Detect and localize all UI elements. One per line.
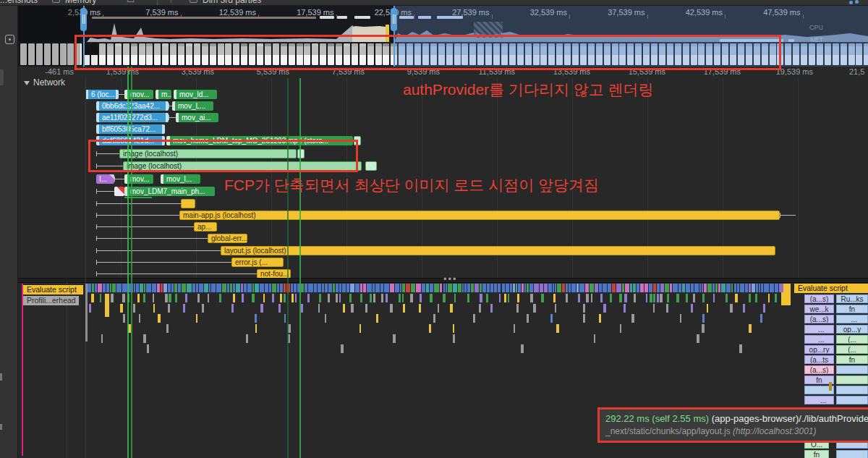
flame-call-frame[interactable] [343, 304, 345, 313]
flame-micro-frame[interactable] [616, 284, 621, 292]
flame-call-frame[interactable] [516, 304, 519, 313]
flame-call-frame[interactable] [185, 294, 187, 302]
flame-call-frame[interactable] [760, 314, 763, 323]
stack-frame[interactable]: (... [836, 335, 868, 344]
flame-micro-frame[interactable] [694, 284, 699, 292]
stack-frame[interactable] [836, 386, 868, 394]
flame-micro-frame[interactable] [446, 284, 447, 292]
flame-micro-frame[interactable] [373, 284, 375, 292]
flame-micro-frame[interactable] [745, 284, 748, 292]
stack-frame[interactable]: (a...s) [804, 294, 834, 303]
flame-micro-frame[interactable] [704, 284, 707, 292]
stack-frame[interactable]: Ru...ks [836, 294, 868, 303]
flame-call-frame[interactable] [763, 304, 765, 313]
flame-micro-frame[interactable] [196, 284, 198, 292]
flame-micro-frame[interactable] [252, 284, 254, 292]
flame-micro-frame[interactable] [402, 284, 406, 292]
flame-call-frame[interactable] [101, 334, 103, 343]
flame-micro-frame[interactable] [98, 284, 102, 292]
flame-call-frame[interactable] [272, 294, 274, 302]
flame-micro-frame[interactable] [756, 284, 758, 292]
flame-call-frame[interactable] [634, 294, 636, 302]
flame-call-frame[interactable] [139, 314, 140, 323]
flame-call-frame[interactable] [541, 294, 543, 302]
flame-call-frame[interactable] [624, 294, 626, 302]
flame-call-frame[interactable] [438, 304, 439, 313]
flame-micro-frame[interactable] [163, 284, 167, 292]
flame-micro-frame[interactable] [718, 284, 720, 292]
flame-micro-frame[interactable] [749, 284, 751, 292]
flame-call-frame[interactable] [749, 324, 752, 333]
flame-call-frame[interactable] [420, 294, 422, 302]
flame-call-frame[interactable] [479, 304, 481, 313]
flame-call-frame[interactable] [749, 294, 751, 302]
flame-micro-frame[interactable] [342, 284, 346, 292]
flame-call-frame[interactable] [743, 304, 745, 313]
flame-micro-frame[interactable] [430, 284, 433, 292]
flame-micro-frame[interactable] [673, 284, 678, 292]
flame-call-frame[interactable] [553, 294, 556, 302]
flame-micro-frame[interactable] [603, 284, 607, 292]
flame-call-frame[interactable] [349, 294, 352, 302]
network-request-bar[interactable] [114, 187, 124, 196]
collapse-triangle-icon[interactable] [24, 81, 30, 85]
network-request-bar[interactable]: global-err... [208, 234, 247, 243]
flame-call-frame[interactable] [307, 294, 310, 302]
flame-call-frame[interactable] [319, 294, 321, 302]
flame-call-frame[interactable] [292, 294, 294, 302]
flame-call-frame[interactable] [504, 294, 506, 302]
flame-call-frame[interactable] [660, 294, 663, 302]
flame-call-frame[interactable] [430, 294, 433, 302]
flame-call-frame[interactable] [246, 334, 248, 343]
flame-call-frame[interactable] [473, 314, 475, 323]
flame-call-frame[interactable] [393, 334, 396, 343]
flame-call-frame[interactable] [339, 294, 341, 302]
sidebar-tab[interactable] [0, 69, 4, 85]
flame-call-frame[interactable] [233, 294, 235, 302]
flame-call-frame[interactable] [360, 294, 362, 302]
flame-micro-frame[interactable] [260, 284, 265, 292]
flame-micro-frame[interactable] [770, 284, 774, 292]
flame-call-frame[interactable] [328, 294, 330, 302]
flame-micro-frame[interactable] [233, 284, 236, 292]
flame-micro-frame[interactable] [518, 284, 521, 292]
flame-call-frame[interactable] [680, 314, 681, 323]
flame-micro-frame[interactable] [301, 284, 304, 292]
stack-frame[interactable]: (... [836, 345, 868, 354]
flame-micro-frame[interactable] [644, 284, 648, 292]
flame-call-frame[interactable] [399, 294, 401, 302]
flame-call-frame[interactable] [702, 294, 704, 302]
flame-micro-frame[interactable] [726, 284, 731, 292]
flame-frame-profiling-overhead[interactable]: Profili...erhead [23, 296, 79, 305]
flame-call-frame[interactable] [653, 294, 655, 302]
flame-call-frame[interactable] [359, 324, 361, 333]
flame-micro-frame[interactable] [686, 284, 689, 292]
flame-call-frame[interactable] [586, 294, 589, 302]
flame-call-frame[interactable] [365, 304, 367, 313]
flame-call-frame[interactable] [351, 304, 353, 313]
flame-micro-frame[interactable] [280, 284, 283, 292]
flame-call-frame[interactable] [735, 294, 737, 302]
flame-micro-frame[interactable] [152, 284, 156, 292]
stack-frame[interactable]: (a...s) [804, 315, 834, 323]
flame-frame-evaluate-script[interactable]: Evaluate script [23, 285, 83, 294]
flame-micro-frame[interactable] [211, 284, 216, 292]
flame-call-frame[interactable] [583, 304, 585, 313]
flame-micro-frame[interactable] [440, 284, 443, 292]
flame-micro-frame[interactable] [544, 284, 548, 292]
flame-micro-frame[interactable] [522, 284, 523, 292]
flame-micro-frame[interactable] [590, 284, 595, 292]
flame-micro-frame[interactable] [339, 284, 342, 292]
flame-micro-frame[interactable] [670, 284, 672, 292]
flame-call-frame[interactable] [208, 294, 209, 302]
flame-call-frame[interactable] [657, 294, 659, 302]
flame-micro-frame[interactable] [562, 284, 566, 292]
flame-call-frame[interactable] [147, 344, 149, 353]
flame-call-frame[interactable] [419, 304, 421, 313]
flame-frame[interactable] [829, 382, 832, 391]
flame-micro-frame[interactable] [585, 284, 589, 292]
flame-micro-frame[interactable] [406, 284, 410, 292]
flame-micro-frame[interactable] [510, 284, 512, 292]
flame-call-frame[interactable] [376, 314, 378, 323]
flame-micro-frame[interactable] [734, 284, 736, 292]
